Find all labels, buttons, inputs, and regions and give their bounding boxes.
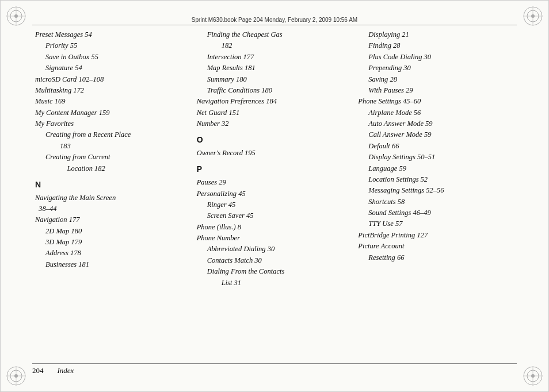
list-item: Creating from Current Location 182 [45,152,191,174]
list-item: Multitasking 172 [35,85,191,96]
list-item: Airplane Mode 56 [368,107,514,118]
section-letter-p: P [197,163,353,176]
entry: Navigating the Main Screen 38–44 Navigat… [35,193,191,271]
header-bar: Sprint M630.book Page 204 Monday, Februa… [32,17,517,25]
footer-label: Index [58,366,74,375]
list-item: Resetting 66 [368,252,514,263]
list-item: Intersection 177 [207,52,353,63]
list-item: Dialing From the Contacts List 31 [207,266,353,289]
list-item: Abbreviated Dialing 30 [207,244,353,255]
list-item: Phone Settings 45–60 [358,96,514,107]
entry: Displaying 21 Finding 28 Plus Code Diali… [358,29,514,263]
list-item: Auto Answer Mode 59 [368,118,514,129]
corner-decoration-tl [5,5,27,27]
list-item: Navigation Preferences 184 [197,96,353,107]
list-item: With Pauses 29 [368,85,514,96]
list-item: Phone (illus.) 8 [197,222,353,233]
list-item: Contacts Match 30 [207,255,353,266]
list-item: Summary 180 [207,74,353,85]
section-letter-n: N [35,179,191,191]
corner-decoration-br [522,365,544,387]
list-item: Pauses 29 [197,177,353,188]
list-item: Businesses 181 [45,259,191,270]
list-item: My Favorites [35,118,191,129]
header-text: Sprint M630.book Page 204 Monday, Februa… [192,17,357,23]
list-item: Shortcuts 58 [368,197,514,207]
list-item: Saving 28 [368,74,514,85]
list-item: Call Answer Mode 59 [368,129,514,140]
list-item: Location Settings 52 [368,174,514,185]
list-item: Map Results 181 [207,63,353,74]
entry: Pauses 29 Personalizing 45 Ringer 45 Scr… [197,177,353,289]
list-item: Displaying 21 [368,29,514,40]
list-item: 2D Map 180 [45,226,191,237]
list-item: Navigation 177 [35,214,191,225]
list-item: Default 66 [368,141,514,152]
list-item: Address 178 [45,248,191,259]
list-item: Prepending 30 [368,63,514,74]
column-2: Finding the Cheapest Gas 182 Intersectio… [197,29,359,357]
content-area: Preset Messages 54 Priority 55 Save in O… [35,29,514,357]
list-item: Preset Messages 54 [35,29,191,40]
list-item: Phone Number [197,233,353,244]
list-item: Finding 28 [368,40,514,51]
list-item: Sound Settings 46–49 [368,207,514,218]
list-item: Creating from a Recent Place 183 [45,129,191,152]
list-item: Priority 55 [45,40,191,51]
list-item: Finding the Cheapest Gas 182 [207,29,353,52]
list-item: My Content Manager 159 [35,107,191,118]
list-item: Signature 54 [45,63,191,74]
list-item: Music 169 [35,96,191,107]
column-1: Preset Messages 54 Priority 55 Save in O… [35,29,197,357]
entry: Preset Messages 54 Priority 55 Save in O… [35,29,191,174]
list-item: 3D Map 179 [45,237,191,248]
list-item: Display Settings 50–51 [368,152,514,163]
entry: Finding the Cheapest Gas 182 Intersectio… [197,29,353,129]
entry: Owner's Record 195 [197,148,353,159]
corner-decoration-bl [5,365,27,387]
list-item: Picture Account [358,241,514,252]
column-3: Displaying 21 Finding 28 Plus Code Diali… [358,29,514,357]
list-item: PictBridge Printing 127 [358,230,514,241]
footer-page-number: 204 [32,366,44,375]
corner-decoration-tr [522,5,544,27]
page: Sprint M630.book Page 204 Monday, Februa… [0,0,549,392]
list-item: Plus Code Dialing 30 [368,52,514,63]
list-item: microSD Card 102–108 [35,74,191,85]
section-letter-o: O [197,134,353,147]
list-item: Navigating the Main Screen 38–44 [35,193,191,215]
list-item: Net Guard 151 [197,107,353,118]
list-item: Traffic Conditions 180 [207,85,353,96]
list-item: Number 32 [197,118,353,129]
list-item: Personalizing 45 [197,189,353,199]
list-item: Owner's Record 195 [197,148,353,159]
list-item: Language 59 [368,163,514,174]
list-item: TTY Use 57 [368,218,514,229]
list-item: Save in Outbox 55 [45,52,191,63]
list-item: Screen Saver 45 [207,210,353,221]
list-item: Messaging Settings 52–56 [368,185,514,196]
list-item: Ringer 45 [207,199,353,210]
footer: 204 Index [32,363,517,375]
